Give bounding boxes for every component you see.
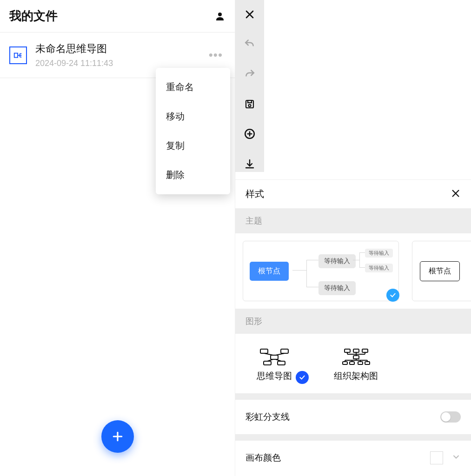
svg-rect-21 [264,361,271,365]
file-name: 未命名思维导图 [35,42,206,56]
left-header: 我的文件 [0,0,235,33]
rainbow-line-toggle[interactable] [440,411,461,423]
svg-rect-20 [271,355,278,359]
undo-button[interactable] [241,36,258,52]
check-icon [386,289,399,302]
close-button[interactable] [241,7,258,22]
svg-rect-34 [365,362,370,364]
svg-rect-11 [248,100,252,103]
divider [235,393,471,400]
canvas-color-value [430,451,461,464]
svg-rect-29 [362,349,368,352]
page-title: 我的文件 [9,8,58,24]
svg-rect-1 [14,53,18,57]
svg-rect-33 [358,362,363,364]
ctx-rename[interactable]: 重命名 [156,73,230,102]
shape-orgchart-label: 组织架构图 [334,370,378,382]
svg-line-24 [276,353,285,355]
svg-rect-31 [343,362,347,364]
svg-point-0 [218,13,222,16]
toolbar [235,0,264,172]
user-icon[interactable] [214,11,226,22]
theme-root-node: 根节点 [250,262,289,281]
theme-option-2[interactable]: 根节点 [412,241,471,301]
divider [235,434,471,441]
theme-option-1[interactable]: 根节点 等待输入 等待输入 等待输入 等待输入 [243,241,399,301]
rainbow-line-label: 彩虹分支线 [245,411,290,423]
svg-rect-19 [281,349,288,353]
svg-rect-28 [353,349,359,352]
ctx-copy[interactable]: 复制 [156,131,230,160]
save-button[interactable] [241,96,258,112]
redo-button[interactable] [241,66,258,82]
theme-mid-node: 等待输入 [318,254,356,268]
theme-mid-node: 等待输入 [318,281,356,295]
shape-options: 思维导图 组织架构图 [235,342,471,389]
canvas-color-label: 画布颜色 [245,452,281,464]
close-style-button[interactable] [451,188,461,200]
svg-line-23 [264,353,273,355]
left-panel: 我的文件 未命名思维导图 2024-09-24 11:11:43 ••• 重命名… [0,0,235,476]
svg-rect-18 [260,349,268,353]
shape-orgchart[interactable]: 组织架构图 [334,349,378,382]
style-header: 样式 [235,179,471,208]
ctx-delete[interactable]: 删除 [156,160,230,190]
canvas-color-row[interactable]: 画布颜色 [235,441,471,475]
color-swatch [430,451,443,464]
svg-rect-30 [353,356,359,359]
shape-section-label: 图形 [235,309,471,334]
theme-leaf-node: 等待输入 [365,264,393,272]
ctx-move[interactable]: 移动 [156,102,230,131]
rainbow-line-row: 彩虹分支线 [235,400,471,434]
more-icon[interactable]: ••• [206,45,226,65]
theme-options: 根节点 等待输入 等待输入 等待输入 等待输入 根节点 [243,241,471,303]
theme-leaf-node: 等待输入 [365,249,393,258]
shape-mindmap-label: 思维导图 [257,370,292,382]
download-button[interactable] [241,156,258,172]
svg-rect-27 [345,349,350,352]
theme-section-label: 主题 [235,208,471,233]
add-node-button[interactable] [241,126,258,142]
chevron-down-icon [451,452,461,463]
svg-rect-32 [350,362,354,364]
svg-rect-22 [278,361,285,365]
context-menu: 重命名 移动 复制 删除 [156,68,230,194]
svg-point-12 [249,105,251,107]
file-thumb-icon [9,46,27,64]
theme-root-node: 根节点 [420,261,460,281]
check-icon [296,371,309,384]
shape-mindmap[interactable]: 思维导图 [257,349,292,382]
add-button[interactable] [101,420,134,453]
style-title: 样式 [245,188,264,200]
file-date: 2024-09-24 11:11:43 [35,59,206,68]
right-panel: 样式 主题 根节点 等待输入 等待输入 等待输入 等待输入 根节点 [235,0,471,476]
file-info: 未命名思维导图 2024-09-24 11:11:43 [35,42,206,68]
